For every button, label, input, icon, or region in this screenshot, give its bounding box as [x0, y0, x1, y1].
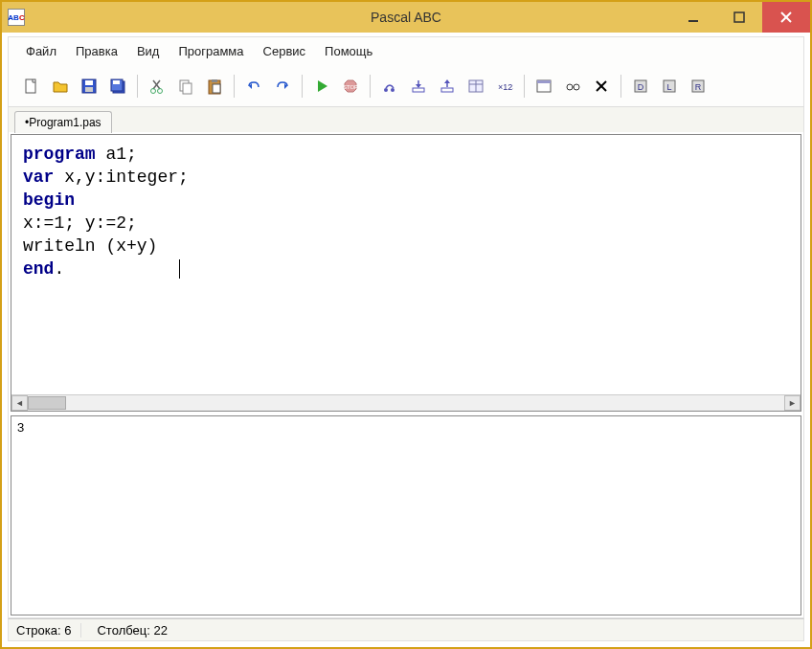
statusbar: Строка: 6 Столбец: 22 [8, 618, 804, 641]
code-text: a1; [96, 145, 137, 164]
code-text: writeln (x+y) [23, 236, 157, 256]
app-window: ABC Pascal ABC Файл Правка Вид Программа… [0, 0, 812, 649]
svg-marker-29 [416, 84, 421, 88]
menu-program[interactable]: Программа [170, 40, 251, 62]
horizontal-scrollbar[interactable]: ◄ ► [11, 394, 801, 411]
status-row-label: Строка: [16, 623, 61, 638]
svg-text:R: R [695, 82, 702, 92]
separator [234, 75, 235, 98]
status-col-label: Столбец: [97, 623, 149, 638]
svg-text:STOP: STOP [343, 84, 358, 90]
svg-rect-16 [183, 83, 192, 94]
stop-button[interactable]: STOP [337, 73, 364, 100]
svg-text:D: D [638, 82, 644, 92]
code-content: program a1; var x,y:integer; begin x:=1;… [11, 135, 801, 288]
menu-service[interactable]: Сервис [256, 40, 314, 62]
svg-rect-7 [85, 87, 93, 92]
paste-button[interactable] [201, 73, 228, 100]
eval-button[interactable]: ×123 [491, 73, 518, 100]
status-col: Столбец: 22 [97, 623, 176, 638]
new-file-button[interactable] [18, 73, 45, 100]
titlebar: ABC Pascal ABC [2, 2, 810, 33]
run-button[interactable] [308, 73, 335, 100]
cut-button[interactable] [144, 73, 170, 100]
menu-file[interactable]: Файл [18, 40, 64, 62]
separator [137, 75, 138, 98]
svg-point-25 [384, 88, 388, 92]
build-button[interactable]: L [656, 73, 683, 100]
code-text: . [54, 259, 64, 279]
step-over-button[interactable] [376, 73, 403, 100]
status-col-value: 22 [153, 623, 167, 638]
status-row: Строка: 6 [16, 623, 81, 638]
svg-marker-22 [318, 80, 327, 92]
svg-point-39 [567, 84, 573, 90]
keyword-program: program [23, 145, 96, 164]
scroll-track[interactable] [28, 395, 784, 411]
window-title: Pascal ABC [2, 10, 810, 25]
window-button[interactable] [530, 73, 557, 100]
compile-button[interactable]: D [627, 73, 654, 100]
glasses-button[interactable] [559, 73, 586, 100]
svg-text:×123: ×123 [498, 82, 513, 92]
scroll-left-icon[interactable]: ◄ [11, 395, 28, 411]
code-editor[interactable]: program a1; var x,y:integer; begin x:=1;… [11, 134, 801, 412]
svg-point-14 [158, 88, 163, 93]
svg-point-40 [574, 84, 579, 90]
step-out-button[interactable] [434, 73, 461, 100]
keyword-end: end [23, 259, 54, 279]
tabs: •Program1.pas [8, 107, 804, 132]
menu-edit[interactable]: Правка [68, 40, 125, 62]
svg-marker-32 [444, 79, 450, 83]
undo-button[interactable] [240, 73, 267, 100]
svg-rect-10 [113, 80, 120, 84]
status-row-value: 6 [64, 623, 71, 638]
menu-help[interactable]: Помощь [317, 40, 380, 62]
svg-text:L: L [666, 82, 671, 92]
menu-view[interactable]: Вид [129, 40, 168, 62]
output-text: 3 [17, 420, 24, 435]
separator [524, 75, 525, 98]
separator [370, 75, 371, 98]
copy-button[interactable] [172, 73, 199, 100]
svg-rect-19 [213, 84, 220, 93]
scroll-thumb[interactable] [28, 396, 66, 410]
svg-rect-6 [85, 80, 93, 85]
open-file-button[interactable] [47, 73, 74, 100]
svg-point-26 [391, 88, 395, 92]
svg-point-13 [151, 88, 156, 93]
check-button[interactable]: R [685, 73, 711, 100]
menubar: Файл Правка Вид Программа Сервис Помощь [8, 36, 804, 65]
tab-program1[interactable]: •Program1.pas [14, 111, 112, 133]
text-cursor [179, 259, 180, 279]
keyword-begin: begin [23, 190, 75, 210]
svg-rect-30 [441, 88, 453, 92]
save-button[interactable] [76, 73, 102, 100]
svg-rect-4 [26, 79, 35, 93]
code-text: x:=1; y:=2; [23, 213, 137, 233]
save-all-button[interactable] [104, 73, 131, 100]
watch-button[interactable] [462, 73, 489, 100]
svg-rect-18 [212, 79, 217, 82]
toolbar: STOP ×123 D L R [8, 65, 804, 107]
output-panel[interactable]: 3 [11, 415, 801, 615]
scroll-right-icon[interactable]: ► [784, 395, 801, 411]
code-text: x,y:integer; [54, 168, 188, 187]
separator [302, 75, 303, 98]
redo-button[interactable] [269, 73, 296, 100]
editor-wrap: program a1; var x,y:integer; begin x:=1;… [8, 132, 804, 618]
keyword-var: var [23, 168, 54, 187]
clear-button[interactable] [588, 73, 615, 100]
svg-rect-38 [537, 80, 551, 83]
separator [620, 75, 621, 98]
svg-rect-27 [413, 88, 424, 92]
step-into-button[interactable] [405, 73, 432, 100]
